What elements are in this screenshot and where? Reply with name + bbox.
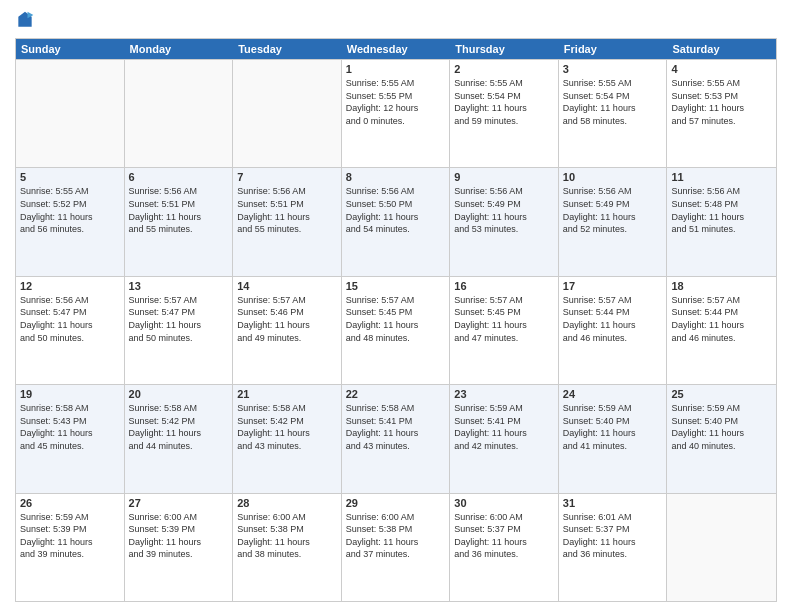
day-number: 14 <box>237 280 337 292</box>
cell-info-line: Daylight: 11 hours <box>20 319 120 332</box>
cell-info-line: Sunset: 5:51 PM <box>237 198 337 211</box>
cell-info-line: and 52 minutes. <box>563 223 663 236</box>
cell-info-line: Sunrise: 6:00 AM <box>129 511 229 524</box>
cell-info-line: Daylight: 11 hours <box>671 211 772 224</box>
cell-info-line: Sunrise: 5:58 AM <box>20 402 120 415</box>
day-cell-9: 9Sunrise: 5:56 AMSunset: 5:49 PMDaylight… <box>450 168 559 275</box>
weekday-header-tuesday: Tuesday <box>233 39 342 59</box>
cell-info-line: Sunset: 5:48 PM <box>671 198 772 211</box>
day-number: 30 <box>454 497 554 509</box>
cell-info-line: Sunset: 5:39 PM <box>20 523 120 536</box>
cell-info-line: Sunset: 5:44 PM <box>563 306 663 319</box>
cell-info-line: Daylight: 12 hours <box>346 102 446 115</box>
day-number: 29 <box>346 497 446 509</box>
cell-info-line: and 42 minutes. <box>454 440 554 453</box>
cell-info-line: Sunrise: 6:00 AM <box>346 511 446 524</box>
cell-info-line: Sunrise: 5:56 AM <box>454 185 554 198</box>
cell-info-line: Sunrise: 6:01 AM <box>563 511 663 524</box>
cell-info-line: and 55 minutes. <box>129 223 229 236</box>
day-number: 1 <box>346 63 446 75</box>
cell-info-line: Sunset: 5:42 PM <box>237 415 337 428</box>
cell-info-line: Sunset: 5:45 PM <box>346 306 446 319</box>
day-number: 27 <box>129 497 229 509</box>
day-number: 15 <box>346 280 446 292</box>
calendar: SundayMondayTuesdayWednesdayThursdayFrid… <box>15 38 777 602</box>
cell-info-line: Sunset: 5:54 PM <box>563 90 663 103</box>
empty-cell-0-1 <box>125 60 234 167</box>
cell-info-line: and 43 minutes. <box>346 440 446 453</box>
day-cell-7: 7Sunrise: 5:56 AMSunset: 5:51 PMDaylight… <box>233 168 342 275</box>
cell-info-line: Daylight: 11 hours <box>346 536 446 549</box>
cell-info-line: Sunset: 5:38 PM <box>237 523 337 536</box>
cell-info-line: Daylight: 11 hours <box>129 536 229 549</box>
cell-info-line: Daylight: 11 hours <box>237 211 337 224</box>
calendar-row-4: 26Sunrise: 5:59 AMSunset: 5:39 PMDayligh… <box>16 493 776 601</box>
cell-info-line: Sunset: 5:46 PM <box>237 306 337 319</box>
calendar-body: 1Sunrise: 5:55 AMSunset: 5:55 PMDaylight… <box>16 59 776 601</box>
day-cell-27: 27Sunrise: 6:00 AMSunset: 5:39 PMDayligh… <box>125 494 234 601</box>
weekday-header-sunday: Sunday <box>16 39 125 59</box>
cell-info-line: Sunset: 5:38 PM <box>346 523 446 536</box>
day-number: 7 <box>237 171 337 183</box>
cell-info-line: Daylight: 11 hours <box>129 211 229 224</box>
cell-info-line: Sunset: 5:51 PM <box>129 198 229 211</box>
cell-info-line: and 0 minutes. <box>346 115 446 128</box>
cell-info-line: Sunset: 5:44 PM <box>671 306 772 319</box>
cell-info-line: and 59 minutes. <box>454 115 554 128</box>
cell-info-line: Sunset: 5:41 PM <box>346 415 446 428</box>
cell-info-line: and 48 minutes. <box>346 332 446 345</box>
cell-info-line: and 41 minutes. <box>563 440 663 453</box>
day-number: 4 <box>671 63 772 75</box>
day-cell-28: 28Sunrise: 6:00 AMSunset: 5:38 PMDayligh… <box>233 494 342 601</box>
logo <box>15 10 39 30</box>
cell-info-line: and 47 minutes. <box>454 332 554 345</box>
cell-info-line: and 49 minutes. <box>237 332 337 345</box>
day-cell-24: 24Sunrise: 5:59 AMSunset: 5:40 PMDayligh… <box>559 385 668 492</box>
cell-info-line: Sunset: 5:55 PM <box>346 90 446 103</box>
cell-info-line: Daylight: 11 hours <box>20 536 120 549</box>
cell-info-line: Daylight: 11 hours <box>454 102 554 115</box>
calendar-row-1: 5Sunrise: 5:55 AMSunset: 5:52 PMDaylight… <box>16 167 776 275</box>
cell-info-line: Daylight: 11 hours <box>454 427 554 440</box>
day-cell-13: 13Sunrise: 5:57 AMSunset: 5:47 PMDayligh… <box>125 277 234 384</box>
weekday-header-saturday: Saturday <box>667 39 776 59</box>
cell-info-line: Daylight: 11 hours <box>129 427 229 440</box>
weekday-header-monday: Monday <box>125 39 234 59</box>
weekday-header-wednesday: Wednesday <box>342 39 451 59</box>
day-cell-17: 17Sunrise: 5:57 AMSunset: 5:44 PMDayligh… <box>559 277 668 384</box>
cell-info-line: Sunrise: 5:58 AM <box>129 402 229 415</box>
cell-info-line: Sunrise: 5:59 AM <box>563 402 663 415</box>
cell-info-line: Daylight: 11 hours <box>671 427 772 440</box>
cell-info-line: and 37 minutes. <box>346 548 446 561</box>
cell-info-line: Sunrise: 5:55 AM <box>346 77 446 90</box>
cell-info-line: and 43 minutes. <box>237 440 337 453</box>
day-cell-1: 1Sunrise: 5:55 AMSunset: 5:55 PMDaylight… <box>342 60 451 167</box>
cell-info-line: Sunset: 5:42 PM <box>129 415 229 428</box>
day-cell-6: 6Sunrise: 5:56 AMSunset: 5:51 PMDaylight… <box>125 168 234 275</box>
cell-info-line: Sunset: 5:49 PM <box>454 198 554 211</box>
day-number: 6 <box>129 171 229 183</box>
cell-info-line: and 53 minutes. <box>454 223 554 236</box>
cell-info-line: Daylight: 11 hours <box>346 427 446 440</box>
day-cell-15: 15Sunrise: 5:57 AMSunset: 5:45 PMDayligh… <box>342 277 451 384</box>
cell-info-line: and 50 minutes. <box>20 332 120 345</box>
cell-info-line: Sunset: 5:45 PM <box>454 306 554 319</box>
cell-info-line: Sunrise: 5:57 AM <box>563 294 663 307</box>
day-cell-16: 16Sunrise: 5:57 AMSunset: 5:45 PMDayligh… <box>450 277 559 384</box>
day-cell-19: 19Sunrise: 5:58 AMSunset: 5:43 PMDayligh… <box>16 385 125 492</box>
day-number: 10 <box>563 171 663 183</box>
cell-info-line: Sunrise: 5:57 AM <box>454 294 554 307</box>
cell-info-line: Daylight: 11 hours <box>671 319 772 332</box>
cell-info-line: Sunrise: 5:58 AM <box>237 402 337 415</box>
cell-info-line: and 58 minutes. <box>563 115 663 128</box>
cell-info-line: Sunrise: 6:00 AM <box>454 511 554 524</box>
cell-info-line: Sunrise: 5:57 AM <box>237 294 337 307</box>
cell-info-line: Daylight: 11 hours <box>563 102 663 115</box>
cell-info-line: Daylight: 11 hours <box>454 211 554 224</box>
cell-info-line: Daylight: 11 hours <box>237 427 337 440</box>
cell-info-line: Sunrise: 5:56 AM <box>671 185 772 198</box>
cell-info-line: and 36 minutes. <box>454 548 554 561</box>
cell-info-line: Sunrise: 5:59 AM <box>671 402 772 415</box>
cell-info-line: and 56 minutes. <box>20 223 120 236</box>
day-cell-8: 8Sunrise: 5:56 AMSunset: 5:50 PMDaylight… <box>342 168 451 275</box>
